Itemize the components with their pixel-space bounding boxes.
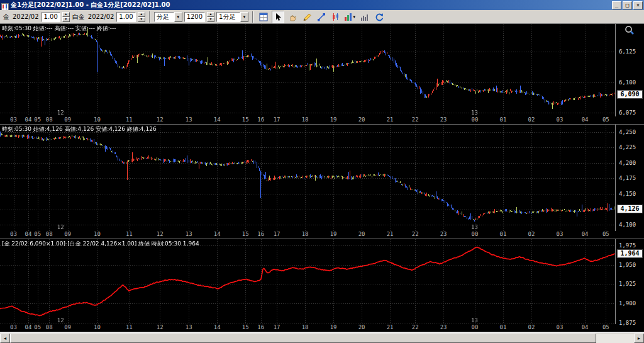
spin-up-icon[interactable]: ▲ [138, 12, 145, 17]
x-axis-label: 04 [582, 116, 589, 123]
interval-dropdown[interactable]: 1分足 ▼ [216, 12, 248, 22]
app-icon [1, 1, 9, 9]
minimize-button[interactable]: _ [612, 1, 621, 9]
x-axis-label: 19 [330, 324, 337, 330]
y-axis-label: 4,100 [619, 222, 636, 228]
x-axis-label: 16 [257, 231, 264, 237]
platinum-multiplier-field[interactable]: 1.00 [116, 12, 135, 22]
x-axis-label: 09 [64, 116, 71, 123]
x-axis-label: 21 [387, 324, 394, 330]
spin-down-icon[interactable]: ▼ [207, 17, 214, 22]
spin-down-icon[interactable]: ▼ [138, 17, 145, 22]
chart-area: 時刻:05:30 始値:--- 高値:--- 安値:--- 終値:--- 6,0… [0, 24, 644, 332]
spread-time-axis: 0304050809101112131415161718192021222300… [0, 324, 615, 332]
x-axis-label: 08 [46, 324, 53, 330]
gold-candlestick-plot[interactable] [0, 24, 615, 116]
x-axis-label: 10 [94, 116, 101, 123]
platinum-contract: 2022/02 [87, 13, 115, 20]
x-axis-label: 22 [412, 324, 419, 330]
scrollbar-thumb[interactable] [10, 334, 596, 343]
y-axis-label: 4,200 [619, 160, 636, 166]
gold-multiplier-field[interactable]: 1.00 [42, 12, 60, 22]
toolbar: 金 2022/02 1.00 ▲ ▼ 白金 2022/02 1.00 ▲ ▼ 分… [0, 10, 644, 24]
gold-multiplier-stepper[interactable]: ▲ ▼ [62, 12, 70, 22]
maximize-button[interactable]: □ [623, 1, 632, 9]
close-button[interactable]: × [633, 1, 643, 9]
spin-down-icon[interactable]: ▼ [62, 17, 70, 22]
chart-type-icon[interactable] [330, 11, 342, 23]
x-axis-label: 03 [557, 116, 564, 123]
dropdown-arrow-icon[interactable]: ▼ [174, 12, 182, 22]
window-title: 金1分足[2022/02]1.00 - 白金1分足[2022/02]1.00 [11, 0, 610, 10]
platinum-chart-panel: 時刻:05:30 始値:4,126 高値:4,126 安値:4,126 終値:4… [0, 125, 644, 239]
draw-pencil-icon[interactable] [301, 11, 313, 23]
x-axis-label: 16 [257, 324, 264, 330]
indicator-icon[interactable]: ▼ [344, 11, 357, 23]
toolbar-separator [252, 11, 253, 23]
x-axis-label: 05 [34, 116, 41, 123]
x-axis-label: 11 [126, 231, 133, 237]
gold-chart-panel: 時刻:05:30 始値:--- 高値:--- 安値:--- 終値:--- 6,0… [0, 24, 644, 125]
refresh-icon[interactable] [373, 11, 386, 23]
x-axis-label: 17 [274, 324, 280, 330]
platinum-multiplier-stepper[interactable]: ▲ ▼ [138, 12, 145, 22]
histogram-icon[interactable] [358, 11, 371, 23]
x-axis-label: 04 [25, 231, 32, 237]
scroll-left-icon[interactable]: ◄ [0, 334, 10, 343]
scroll-right-icon[interactable]: ► [634, 334, 644, 343]
x-axis-label: 04 [582, 324, 589, 330]
x-axis-label: 12 [157, 231, 164, 237]
dropdown-arrow-icon: ▼ [352, 15, 356, 19]
horizontal-scrollbar[interactable]: ◄ ► [0, 332, 644, 343]
chart-settings-icon[interactable] [257, 11, 270, 23]
x-axis-label: 23 [440, 116, 447, 123]
y-axis-label: 4,250 [619, 129, 636, 135]
x-axis-label: 00 [472, 116, 479, 123]
spin-up-icon[interactable]: ▲ [207, 12, 214, 17]
x-axis-label: 11 [126, 324, 133, 330]
x-axis-label: 23 [440, 231, 447, 237]
dropdown-arrow-icon[interactable]: ▼ [240, 12, 248, 22]
platinum-candlestick-plot[interactable] [0, 125, 615, 231]
toolbar-separator [149, 11, 150, 23]
y-axis-label: 4,150 [619, 191, 636, 197]
interval-type-dropdown[interactable]: 分足 ▼ [154, 12, 182, 22]
spread-line-plot[interactable] [0, 239, 615, 324]
platinum-quote-info: 時刻:05:30 始値:4,126 高値:4,126 安値:4,126 終値:4… [2, 125, 157, 133]
spread-quote-info: [金 22/02 6,090×1.00]-[白金 22/02 4,126×1.0… [2, 240, 199, 248]
x-axis-label: 11 [126, 116, 133, 123]
x-axis-label: 12 [157, 324, 164, 330]
x-axis-label: 17 [274, 116, 280, 123]
scrollbar-track[interactable] [10, 334, 634, 343]
y-axis-label: 6,075 [619, 110, 636, 116]
bar-count-field[interactable]: 1200 [184, 12, 205, 22]
titlebar: 金1分足[2022/02]1.00 - 白金1分足[2022/02]1.00 _… [0, 0, 644, 10]
x-axis-label: 20 [358, 116, 365, 123]
select-tool-icon[interactable] [272, 11, 284, 23]
pan-hand-icon[interactable] [286, 11, 299, 23]
x-axis-label: 00 [472, 231, 479, 237]
x-axis-label: 01 [500, 116, 507, 123]
x-axis-label: 02 [528, 116, 535, 123]
x-axis-label: 05 [34, 231, 41, 237]
spread-price-axis: 1,964 1,9751,9501,9251,9001,875 [615, 239, 644, 324]
bar-count-stepper[interactable]: ▲ ▼ [207, 12, 214, 22]
x-axis-label: 10 [94, 324, 101, 330]
x-axis-label: 01 [500, 231, 507, 237]
x-axis-label: 13 [186, 324, 192, 330]
x-axis-label: 15 [242, 231, 249, 237]
x-axis-label: 02 [528, 324, 535, 330]
magnifier-icon[interactable] [624, 25, 635, 37]
x-axis-label: 22 [412, 116, 419, 123]
spin-up-icon[interactable]: ▲ [62, 12, 70, 17]
x-axis-label: 05 [602, 116, 609, 123]
gold-label: 金 [3, 13, 10, 21]
x-axis-label: 13 [186, 116, 192, 123]
x-axis-label: 08 [46, 231, 53, 237]
x-axis-label: 00 [472, 324, 479, 330]
x-axis-label: 18 [302, 116, 309, 123]
trendline-icon[interactable] [315, 11, 328, 23]
y-axis-label: 1,875 [619, 320, 636, 326]
x-axis-label: 03 [10, 116, 17, 123]
x-axis-label: 15 [242, 116, 249, 123]
